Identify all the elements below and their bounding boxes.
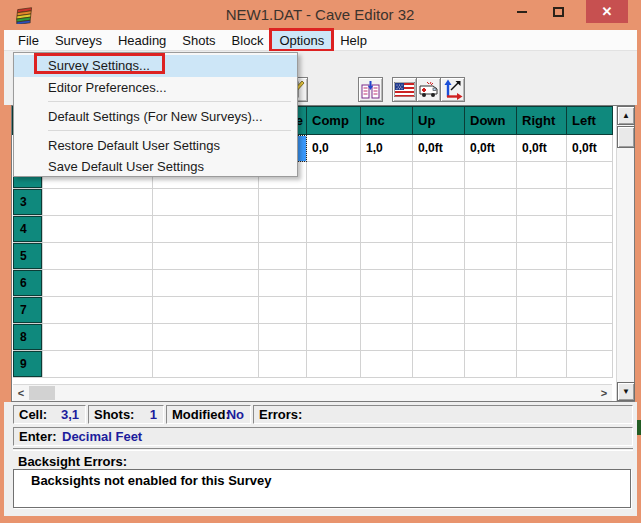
enter-value: Decimal Feet: [62, 428, 142, 445]
backsight-errors-box: Backsights not enabled for this Survey: [13, 469, 631, 508]
menu-surveys[interactable]: Surveys: [47, 30, 110, 50]
scroll-right-button[interactable]: >: [596, 385, 612, 401]
row-header-9[interactable]: 9: [13, 351, 42, 377]
menu-item-restore-defaults[interactable]: Restore Default User Settings: [14, 135, 297, 156]
row-header-8[interactable]: 8: [13, 324, 42, 350]
close-button[interactable]: ✕: [586, 0, 628, 23]
scroll-up-icon: ▲: [622, 111, 630, 120]
horizontal-scrollbar[interactable]: < >: [13, 384, 612, 401]
enter-panel: Enter: Decimal Feet: [13, 427, 633, 446]
scroll-up-button[interactable]: ▲: [617, 106, 635, 125]
row-header-6[interactable]: 6: [13, 270, 42, 296]
vertical-scroll-thumb[interactable]: [617, 126, 635, 148]
menu-item-default-settings[interactable]: Default Settings (For New Surveys)...: [14, 106, 297, 128]
cell-comp[interactable]: 0,0: [306, 135, 360, 161]
column-header-comp[interactable]: Comp: [306, 106, 361, 135]
row-header-7[interactable]: 7: [13, 297, 42, 323]
menu-options[interactable]: Options: [271, 30, 332, 50]
maximize-icon: [553, 7, 564, 17]
cell-label: Cell:: [19, 406, 47, 423]
us-flag-button[interactable]: [392, 77, 417, 102]
shots-label: Shots:: [94, 406, 134, 423]
column-header-right[interactable]: Right: [516, 106, 567, 135]
row-header-4[interactable]: 4: [13, 216, 42, 242]
column-header-left[interactable]: Left: [566, 106, 613, 135]
app-window: NEW1.DAT - Cave Editor 32 ✕ File Surveys…: [0, 0, 641, 523]
shots-status-panel: Shots: 1: [88, 405, 164, 424]
axes-icon: [442, 79, 463, 100]
scroll-down-icon: ▼: [622, 387, 630, 396]
menu-item-editor-preferences[interactable]: Editor Preferences...: [14, 77, 297, 99]
menu-heading[interactable]: Heading: [110, 30, 174, 50]
close-icon: ✕: [602, 4, 613, 19]
cell-value: 3,1: [61, 406, 79, 423]
menu-item-survey-settings[interactable]: Survey Settings...: [14, 55, 297, 77]
minimize-icon: [517, 11, 527, 13]
menu-block[interactable]: Block: [224, 30, 272, 50]
import-shots-button[interactable]: [358, 77, 383, 102]
import-shots-icon: [360, 80, 381, 100]
row-header-3[interactable]: 3: [13, 189, 42, 215]
ambulance-button[interactable]: [416, 77, 441, 102]
errors-status-panel: Errors:: [253, 405, 633, 424]
cell-left[interactable]: 0,0ft: [566, 135, 612, 161]
enter-label: Enter:: [19, 428, 57, 445]
vertical-scrollbar[interactable]: ▲ ▼: [616, 106, 634, 401]
menu-item-save-defaults[interactable]: Save Default User Settings: [14, 156, 297, 177]
row-header-5[interactable]: 5: [13, 243, 42, 269]
menu-file[interactable]: File: [10, 30, 47, 50]
options-dropdown-menu: Survey Settings... Editor Preferences...…: [13, 52, 298, 177]
errors-label: Errors:: [259, 406, 302, 423]
cell-inc[interactable]: 1,0: [360, 135, 412, 161]
window-title: NEW1.DAT - Cave Editor 32: [150, 6, 490, 23]
menu-shots[interactable]: Shots: [174, 30, 223, 50]
axes-button[interactable]: [440, 77, 465, 102]
backsight-errors-label: Backsight Errors:: [18, 454, 127, 469]
title-bar: NEW1.DAT - Cave Editor 32 ✕: [0, 0, 641, 30]
modified-label: Modified:: [172, 406, 230, 423]
scroll-left-button[interactable]: <: [13, 385, 29, 401]
backsight-message: Backsights not enabled for this Survey: [31, 473, 272, 488]
cell-status-panel: Cell: 3,1: [13, 405, 86, 424]
menu-help[interactable]: Help: [332, 30, 375, 50]
cell-down[interactable]: 0,0ft: [464, 135, 516, 161]
minimize-button[interactable]: [506, 0, 538, 24]
us-flag-icon: [394, 82, 415, 97]
scroll-down-button[interactable]: ▼: [617, 382, 635, 401]
cell-right[interactable]: 0,0ft: [516, 135, 566, 161]
background-sliver: [637, 420, 641, 435]
column-header-down[interactable]: Down: [464, 106, 517, 135]
scroll-left-icon: <: [18, 387, 24, 399]
app-icon: [15, 6, 37, 24]
scroll-right-icon: >: [601, 387, 607, 399]
horizontal-scroll-thumb[interactable]: [29, 386, 55, 400]
modified-status-panel: Modified: No: [166, 405, 251, 424]
column-header-up[interactable]: Up: [412, 106, 465, 135]
divider: [13, 448, 633, 451]
cell-up[interactable]: 0,0ft: [412, 135, 464, 161]
column-header-inc[interactable]: Inc: [360, 106, 413, 135]
maximize-button[interactable]: [542, 0, 574, 24]
modified-value: No: [227, 406, 244, 423]
ambulance-icon: [418, 81, 440, 99]
shots-value: 1: [150, 406, 157, 423]
menu-bar: File Surveys Heading Shots Block Options…: [4, 30, 637, 51]
